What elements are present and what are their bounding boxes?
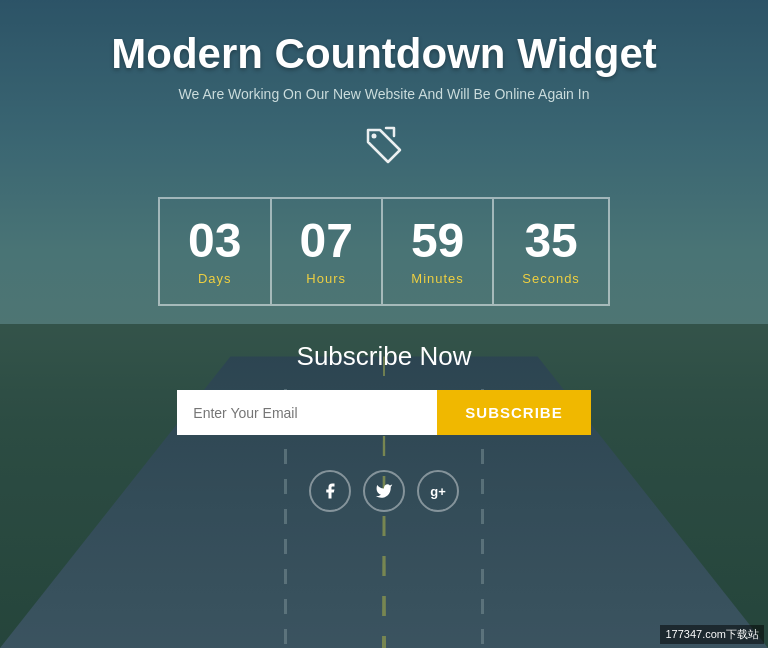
google-plus-icon: g+	[430, 484, 446, 499]
google-plus-button[interactable]: g+	[417, 470, 459, 512]
minutes-label: Minutes	[411, 271, 464, 286]
subscribe-form: SUBSCRIBE	[177, 390, 590, 435]
social-icons: g+	[309, 470, 459, 512]
countdown-hours: 07 Hours	[272, 199, 383, 304]
tag-icon	[360, 137, 408, 178]
watermark: 177347.com下载站	[660, 625, 764, 644]
hours-label: Hours	[306, 271, 346, 286]
svg-point-0	[372, 134, 377, 139]
days-value: 03	[188, 217, 241, 265]
subscribe-button[interactable]: SUBSCRIBE	[437, 390, 590, 435]
twitter-button[interactable]	[363, 470, 405, 512]
seconds-value: 35	[524, 217, 577, 265]
countdown-container: 03 Days 07 Hours 59 Minutes 35 Seconds	[158, 197, 610, 306]
days-label: Days	[198, 271, 232, 286]
subscribe-title: Subscribe Now	[297, 341, 472, 372]
facebook-button[interactable]	[309, 470, 351, 512]
page-title: Modern Countdown Widget	[111, 30, 657, 78]
tag-icon-area	[360, 122, 408, 179]
countdown-minutes: 59 Minutes	[383, 199, 494, 304]
main-content: Modern Countdown Widget We Are Working O…	[0, 0, 768, 648]
countdown-days: 03 Days	[160, 199, 271, 304]
minutes-value: 59	[411, 217, 464, 265]
email-input[interactable]	[177, 390, 437, 435]
page-subtitle: We Are Working On Our New Website And Wi…	[179, 86, 590, 102]
countdown-seconds: 35 Seconds	[494, 199, 608, 304]
hours-value: 07	[300, 217, 353, 265]
seconds-label: Seconds	[522, 271, 580, 286]
